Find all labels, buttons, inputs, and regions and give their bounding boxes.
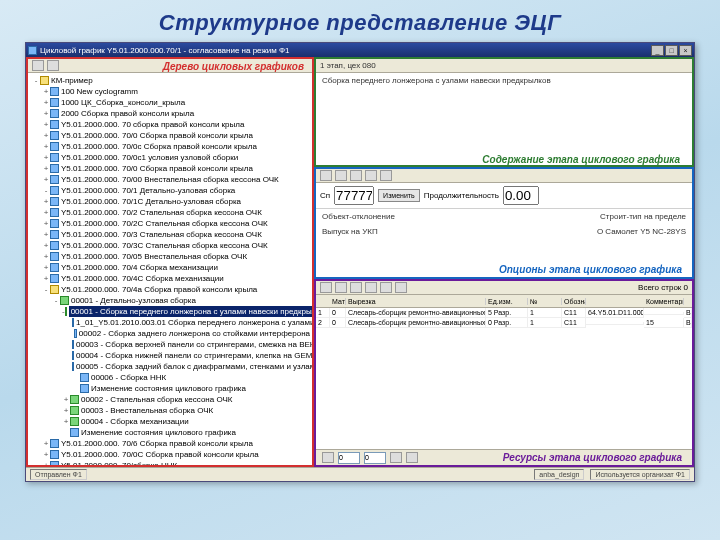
tree-row[interactable]: +Y5.01.2000.000. 70/0С Сборка правой кон… xyxy=(32,449,310,460)
expander-icon[interactable]: + xyxy=(62,416,70,427)
resources-nav-btn[interactable] xyxy=(322,452,334,463)
col-header[interactable]: Комментарии xyxy=(644,298,684,305)
col-header[interactable]: Вырезка xyxy=(346,298,486,305)
tree-row[interactable]: +Y5.01.2000.000. 70/0с1 условия узловой … xyxy=(32,152,310,163)
expander-icon[interactable]: + xyxy=(42,152,50,163)
tree-row[interactable]: +Y5.01.2000.000. 70/сборка ННК xyxy=(32,460,310,465)
tree-row[interactable]: +Y5.01.2000.000. 70/0 Сборка правой конс… xyxy=(32,163,310,174)
expander-icon[interactable]: + xyxy=(42,438,50,449)
tree-toolbar-btn[interactable] xyxy=(47,60,59,71)
tree-row[interactable]: -КМ-пример xyxy=(32,75,310,86)
expander-icon[interactable]: + xyxy=(42,449,50,460)
resources-toolbar-btn[interactable] xyxy=(335,282,347,293)
tree-row[interactable]: -Y5.01.2000.000. 70/1 Детально-узловая с… xyxy=(32,185,310,196)
expander-icon[interactable]: + xyxy=(42,460,50,465)
duration-input[interactable] xyxy=(503,186,539,205)
expander-icon[interactable]: - xyxy=(32,75,40,86)
options-toolbar-btn[interactable] xyxy=(335,170,347,181)
tree-row[interactable]: +Y5.01.2000.000. 70/1С Детально-узловая … xyxy=(32,196,310,207)
resources-toolbar-btn[interactable] xyxy=(395,282,407,293)
col-header[interactable]: Материал xyxy=(330,298,346,305)
close-button[interactable]: × xyxy=(679,45,692,56)
resources-toolbar-btn[interactable] xyxy=(350,282,362,293)
change-button[interactable]: Изменить xyxy=(378,189,420,202)
options-toolbar-btn[interactable] xyxy=(350,170,362,181)
tree-row[interactable]: +Y5.01.2000.000. 70/3С Стапельная сборка… xyxy=(32,240,310,251)
minimize-button[interactable]: _ xyxy=(651,45,664,56)
expander-icon[interactable]: - xyxy=(42,284,50,295)
tree-row[interactable]: +Y5.01.2000.000. 70/4С Сборка механизаци… xyxy=(32,273,310,284)
tree-row[interactable]: -00001 - Сборка переднего лонжерона с уз… xyxy=(32,306,310,317)
tree-toolbar-btn[interactable] xyxy=(32,60,44,71)
resources-toolbar-btn[interactable] xyxy=(365,282,377,293)
expander-icon[interactable]: + xyxy=(62,394,70,405)
resources-ctrl-input-2[interactable] xyxy=(364,452,386,464)
options-toolbar-btn[interactable] xyxy=(380,170,392,181)
tree-row[interactable]: +100 New cyclogramm xyxy=(32,86,310,97)
tree-row[interactable]: +Y5.01.2000.000. 70/05 Внестапельная сбо… xyxy=(32,251,310,262)
expander-icon[interactable]: + xyxy=(42,196,50,207)
expander-icon[interactable]: + xyxy=(42,141,50,152)
expander-icon[interactable]: + xyxy=(42,218,50,229)
expander-icon[interactable]: + xyxy=(42,119,50,130)
resources-nav-btn[interactable] xyxy=(390,452,402,463)
tree-row[interactable]: Изменение состояния циклового графика xyxy=(32,383,310,394)
tree-row[interactable]: +1000 ЦК_Сборка_консоли_крыла xyxy=(32,97,310,108)
tree-row[interactable]: +Y5.01.2000.000. 70/4 Сборка механизации xyxy=(32,262,310,273)
resources-nav-btn[interactable] xyxy=(406,452,418,463)
tree-row[interactable]: +Y5.01.2000.000. 70/2С Стапельная сборка… xyxy=(32,218,310,229)
expander-icon[interactable]: + xyxy=(42,251,50,262)
expander-icon[interactable]: + xyxy=(42,86,50,97)
node-label: Y5.01.2000.000. 70/0с Сборка правой конс… xyxy=(61,141,257,152)
expander-icon[interactable]: + xyxy=(42,262,50,273)
expander-icon[interactable]: + xyxy=(42,174,50,185)
tree-row[interactable]: +2000 Сборка правой консоли крыла xyxy=(32,108,310,119)
tree-row[interactable]: 00002 - Сборка заднего лонжерона со стой… xyxy=(32,328,310,339)
tree-row[interactable]: +Y5.01.2000.000. 70/6 Сборка правой конс… xyxy=(32,438,310,449)
expander-icon[interactable]: + xyxy=(42,97,50,108)
col-header[interactable]: Обозначение потр. xyxy=(562,298,586,305)
tree-row[interactable]: +Y5.01.2000.000. 70/00 Внестапельная сбо… xyxy=(32,174,310,185)
code-input[interactable] xyxy=(334,186,374,205)
col-header[interactable]: № xyxy=(528,298,562,305)
tree-row[interactable]: +00003 - Внестапельная сборка ОЧК xyxy=(32,405,310,416)
duration-label: Продолжительность xyxy=(424,191,499,200)
expander-icon[interactable]: + xyxy=(42,229,50,240)
tree-row[interactable]: 00003 - Сборка верхней панели со стринге… xyxy=(32,339,310,350)
tree-row[interactable]: 00005 - Сборка задний балок с диафрагмам… xyxy=(32,361,310,372)
options-toolbar-btn[interactable] xyxy=(320,170,332,181)
expander-icon[interactable]: - xyxy=(42,185,50,196)
expander-icon[interactable]: + xyxy=(42,240,50,251)
tree-row[interactable]: 00004 - Сборка нижней панели со стрингер… xyxy=(32,350,310,361)
tree-row[interactable]: +Y5.01.2000.000. 70/0 Сборка правой конс… xyxy=(32,130,310,141)
expander-icon[interactable]: + xyxy=(42,130,50,141)
node-icon xyxy=(50,439,59,448)
tree-row[interactable]: -Y5.01.2000.000. 70/4а Сборка правой кон… xyxy=(32,284,310,295)
options-toolbar-btn[interactable] xyxy=(365,170,377,181)
node-icon xyxy=(50,120,59,129)
tree-row[interactable]: -00001 - Детально-узловая сборка xyxy=(32,295,310,306)
expander-icon[interactable]: + xyxy=(42,163,50,174)
table-row[interactable]: 20Слесарь-сборщик ремонтно-авиационных к… xyxy=(316,318,692,328)
resources-ctrl-input-1[interactable] xyxy=(338,452,360,464)
table-row[interactable]: 10Слесарь-сборщик ремонтно-авиационных к… xyxy=(316,308,692,318)
maximize-button[interactable]: □ xyxy=(665,45,678,56)
tree-row[interactable]: 1_01_Y5.01.2010.003.01 Сборка переднего … xyxy=(32,317,310,328)
cyclogram-tree[interactable]: -КМ-пример+100 New cyclogramm+1000 ЦК_Сб… xyxy=(28,73,312,465)
tree-row[interactable]: +Y5.01.2000.000. 70/2 Стапельная сборка … xyxy=(32,207,310,218)
tree-row[interactable]: Изменение состояния циклового графика xyxy=(32,427,310,438)
expander-icon[interactable]: + xyxy=(42,207,50,218)
expander-icon[interactable]: + xyxy=(42,108,50,119)
tree-row[interactable]: +00002 - Стапельная сборка кессона ОЧК xyxy=(32,394,310,405)
tree-row[interactable]: +Y5.01.2000.000. 70 сборка правой консол… xyxy=(32,119,310,130)
expander-icon[interactable]: - xyxy=(52,295,60,306)
expander-icon[interactable]: + xyxy=(42,273,50,284)
resources-toolbar-btn[interactable] xyxy=(380,282,392,293)
tree-row[interactable]: 00006 - Сборка ННК xyxy=(32,372,310,383)
col-header[interactable]: Ед.изм. xyxy=(486,298,528,305)
tree-row[interactable]: +Y5.01.2000.000. 70/3 Стапельная сборка … xyxy=(32,229,310,240)
expander-icon[interactable]: + xyxy=(62,405,70,416)
tree-row[interactable]: +Y5.01.2000.000. 70/0с Сборка правой кон… xyxy=(32,141,310,152)
resources-toolbar-btn[interactable] xyxy=(320,282,332,293)
tree-row[interactable]: +00004 - Сборка механизации xyxy=(32,416,310,427)
